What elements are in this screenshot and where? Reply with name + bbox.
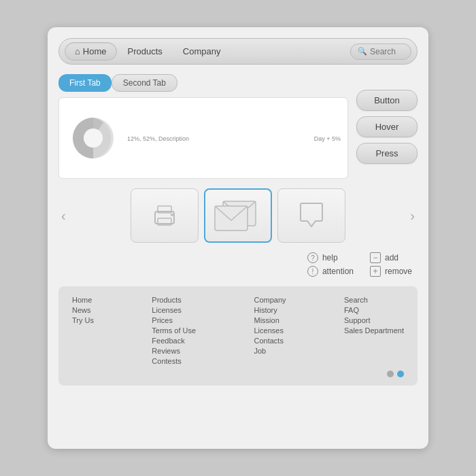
footer-col-1: Home News Try Us [72,296,94,365]
footer-link-prices[interactable]: Prices [152,316,196,324]
svg-point-1 [84,129,103,148]
search-icon: 🔍 [358,47,367,56]
footer-link-reviews[interactable]: Reviews [152,347,196,355]
footer-link-contacts[interactable]: Contacts [254,337,286,345]
main-container: ⌂ Home Products Company 🔍 First Tab Seco… [48,27,428,449]
carousel-next[interactable]: › [407,208,418,224]
footer-link-news[interactable]: News [72,306,94,314]
carousel-track [74,188,403,243]
svg-point-5 [171,214,173,216]
chart-label-right: Day + 5% [314,135,341,142]
attention-item: ! attention [307,266,354,277]
footer-link-licenses[interactable]: Licenses [152,306,196,314]
chart-box: 12%, 52%, Description Day + 5% [58,97,348,179]
nav-company-label: Company [183,46,221,56]
dot-1 [387,371,394,377]
footer-cols: Home News Try Us Products Licenses Price… [72,296,404,365]
footer-link-home[interactable]: Home [72,296,94,304]
help-row: ? help ! attention − add + remove [58,252,418,277]
left-panel: First Tab Second Tab [58,74,348,179]
footer-link-products[interactable]: Products [152,296,196,304]
carousel-item-chat[interactable] [277,188,345,243]
print-icon [150,201,180,231]
footer-col-4: Search FAQ Support Sales Department [344,296,404,365]
add-item: − add [370,252,412,263]
footer-link-sales[interactable]: Sales Department [344,326,404,335]
help-label: help [322,253,338,262]
help-icon: ? [307,252,318,263]
footer-col-3: Company History Mission Licenses Contact… [254,296,286,365]
search-input[interactable] [370,47,404,56]
nav-company[interactable]: Company [173,43,231,60]
footer-link-tou[interactable]: Terms of Use [152,326,196,335]
footer-bottom [72,371,404,377]
footer-link-mission[interactable]: Mission [254,316,286,324]
footer-link-contests[interactable]: Contests [152,357,196,365]
nav-home[interactable]: ⌂ Home [65,42,117,61]
attention-icon: ! [307,266,318,277]
remove-item: + remove [370,266,412,277]
add-label: add [385,253,398,262]
remove-icon: + [370,266,381,277]
footer-link-job[interactable]: Job [254,347,286,355]
footer: Home News Try Us Products Licenses Price… [58,286,418,386]
attention-label: attention [322,267,354,276]
chart-labels: 12%, 52%, Description Day + 5% [127,135,341,142]
chat-icon [295,199,328,232]
nav-products-label: Products [128,46,163,56]
help-item: ? help [307,252,354,263]
footer-link-support[interactable]: Support [344,316,404,324]
add-icon: − [370,252,381,263]
tab-first[interactable]: First Tab [58,74,112,92]
carousel-prev[interactable]: ‹ [58,208,69,224]
footer-link-tryus[interactable]: Try Us [72,316,94,324]
chart-label-left: 12%, 52%, Description [127,135,189,142]
right-buttons: Button Hover Press [356,74,418,179]
footer-link-search[interactable]: Search [344,296,404,304]
nav-bar: ⌂ Home Products Company 🔍 [58,38,418,65]
hover-btn[interactable]: Hover [356,116,418,137]
footer-link-history[interactable]: History [254,306,286,314]
home-icon: ⌂ [75,46,80,56]
button-btn[interactable]: Button [356,90,418,111]
nav-search-box[interactable]: 🔍 [350,44,411,60]
footer-link-company[interactable]: Company [254,296,286,304]
pie-chart [66,111,120,165]
nav-products[interactable]: Products [118,43,172,60]
footer-col-2: Products Licenses Prices Terms of Use Fe… [152,296,196,365]
tab-second[interactable]: Second Tab [112,74,177,92]
carousel-item-print[interactable] [131,188,199,243]
content-area: First Tab Second Tab [58,74,418,179]
tabs-row: First Tab Second Tab [58,74,348,92]
footer-link-feedback[interactable]: Feedback [152,337,196,345]
nav-home-label: Home [83,46,107,56]
envelope-front-icon [214,205,248,231]
footer-link-faq[interactable]: FAQ [344,306,404,314]
carousel-section: ‹ [58,188,418,243]
footer-link-lic2[interactable]: Licenses [254,326,286,335]
remove-label: remove [385,267,412,276]
help-group-actions: − add + remove [370,252,412,277]
help-group-info: ? help ! attention [307,252,354,277]
carousel-item-mail[interactable] [204,188,272,243]
dot-2 [397,371,404,377]
press-btn[interactable]: Press [356,143,418,164]
